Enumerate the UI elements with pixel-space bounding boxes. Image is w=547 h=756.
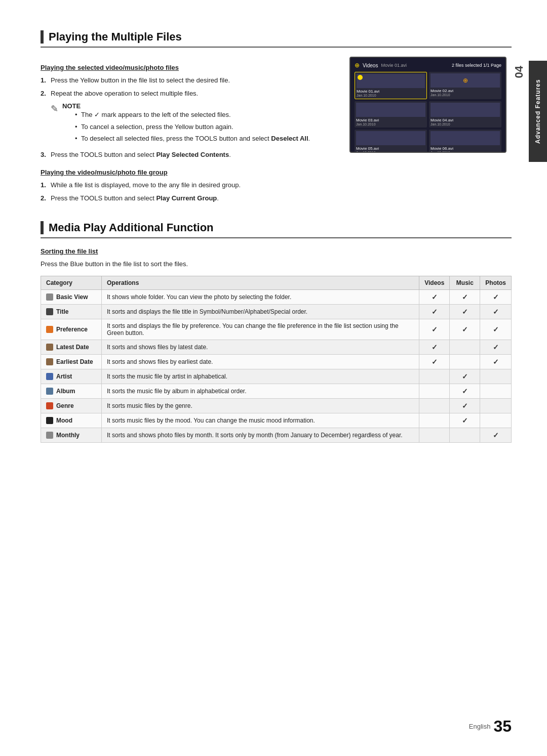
tv-header-left: ⊕ Videos Movie 01.avi [355, 62, 407, 69]
note-label: NOTE [62, 102, 81, 110]
preference-music: ✓ [450, 319, 480, 340]
section2: Media Play Additional Function Sorting t… [41, 221, 512, 443]
footer-page-number: 35 [493, 717, 512, 736]
note-item-1: The ✓ mark appears to the left of the se… [75, 110, 310, 120]
latest-date-photos: ✓ [480, 340, 512, 354]
genre-music: ✓ [450, 398, 480, 413]
preference-label: Preference [56, 326, 88, 333]
note-item-3: To deselect all selected files, press th… [75, 134, 310, 144]
step-2-text: Repeat the above operation to select mul… [51, 89, 198, 99]
col-category: Category [41, 276, 102, 289]
preference-videos: ✓ [419, 319, 450, 340]
col-music: Music [450, 276, 480, 289]
artist-music: ✓ [450, 369, 480, 384]
tv-file-2-date: Jan.10.2010 [431, 93, 500, 97]
table-row: Album It sorts the music file by album i… [41, 384, 512, 398]
monthly-desc: It sorts and shows photo files by month.… [102, 428, 419, 442]
note-item-2: To cancel a selection, press the Yellow … [75, 122, 310, 132]
table-row: Mood It sorts music files by the mood. Y… [41, 413, 512, 428]
note-item-2-text: To cancel a selection, press the Yellow … [81, 123, 233, 131]
tv-file-6-name: Movie 06.avi [431, 146, 500, 151]
tv-filename: Movie 01.avi [381, 63, 407, 68]
mood-photos [480, 413, 512, 428]
tv-thumb-1 [357, 74, 425, 88]
tv-header: ⊕ Videos Movie 01.avi 2 files selected 1… [355, 62, 501, 69]
album-desc: It sorts the music file by album in alph… [102, 384, 419, 398]
table-row: Earliest Date It sorts and shows files b… [41, 354, 512, 369]
genre-videos [419, 398, 450, 413]
section2-title: Media Play Additional Function [49, 221, 214, 234]
earliest-date-music [450, 354, 480, 369]
tv-screenshot: ⊕ Videos Movie 01.avi 2 files selected 1… [349, 57, 506, 153]
step-2: 2. Repeat the above operation to select … [41, 89, 334, 99]
genre-icon [46, 402, 53, 409]
sub2-step-1-num: 1. [41, 180, 48, 190]
tv-thumb-6 [431, 131, 500, 145]
cat-title: Title [41, 304, 102, 319]
basic-view-icon [46, 293, 53, 301]
monthly-photos: ✓ [480, 428, 512, 442]
col-videos: Videos [419, 276, 450, 289]
tv-file-5: Movie 05.avi Jan.10.2010 [355, 130, 427, 153]
page-container: Advanced Features 04 Playing the Multipl… [0, 0, 547, 756]
latest-date-desc: It sorts and shows files by latest date. [102, 340, 419, 354]
tv-status: 2 files selected 1/1 Page [452, 63, 501, 68]
chapter-number: 04 [511, 61, 528, 83]
tv-file-grid: Movie 01.avi Jan.10.2010 ⊕ Movie 02.avi … [355, 72, 501, 153]
table-row: Artist It sorts the music file by artist… [41, 369, 512, 384]
tv-thumb-2: ⊕ [431, 73, 500, 88]
section-heading-bar [41, 30, 44, 44]
mood-icon [46, 417, 53, 424]
cat-mood: Mood [41, 413, 102, 428]
artist-desc: It sorts the music file by artist in alp… [102, 369, 419, 384]
sub2-step-1: 1. While a file list is displayed, move … [41, 180, 334, 190]
latest-date-videos: ✓ [419, 340, 450, 354]
tv-thumb-4 [431, 103, 500, 117]
selected-indicator-1 [358, 75, 363, 80]
sub2-step-2-text: Press the TOOLS button and select Play C… [51, 193, 219, 203]
preference-desc: It sorts and displays the file by prefer… [102, 319, 419, 340]
tv-file-5-date: Jan.10.2010 [356, 151, 425, 153]
step-3-num: 3. [41, 150, 48, 160]
tv-file-1: Movie 01.avi Jan.10.2010 [355, 72, 427, 99]
tv-file-3-name: Movie 03.avi [356, 118, 425, 122]
latest-date-label: Latest Date [56, 344, 89, 351]
basic-view-videos: ✓ [419, 289, 450, 304]
tv-file-4-name: Movie 04.avi [431, 118, 500, 122]
chapter-tab: Advanced Features [529, 61, 547, 162]
basic-view-desc: It shows whole folder. You can view the … [102, 289, 419, 304]
tv-file-6: Movie 06.avi Jan.10.2010 [429, 130, 501, 153]
album-photos [480, 384, 512, 398]
screenshot-container: ⊕ Videos Movie 01.avi 2 files selected 1… [349, 57, 512, 206]
album-music: ✓ [450, 384, 480, 398]
tv-file-2: ⊕ Movie 02.avi Jan.10.2010 [429, 72, 501, 99]
table-header-row: Category Operations Videos Music Photos [41, 276, 512, 289]
table-row: Basic View It shows whole folder. You ca… [41, 289, 512, 304]
section2-heading-bar [41, 221, 44, 234]
page-footer: English 35 [469, 717, 512, 736]
col-operations: Operations [102, 276, 419, 289]
table-row: Genre It sorts music files by the genre.… [41, 398, 512, 413]
step-1-text: Press the Yellow button in the file list… [51, 75, 230, 86]
title-desc: It sorts and displays the file title in … [102, 304, 419, 319]
step-3: 3. Press the TOOLS button and select Pla… [41, 150, 334, 160]
album-icon [46, 388, 53, 395]
monthly-label: Monthly [56, 432, 80, 439]
col-photos: Photos [480, 276, 512, 289]
tv-file-2-name: Movie 02.avi [431, 89, 500, 93]
title-photos: ✓ [480, 304, 512, 319]
earliest-date-icon [46, 358, 53, 365]
tv-file-3-date: Jan.10.2010 [356, 122, 425, 126]
section2-heading: Media Play Additional Function [41, 221, 512, 238]
tv-file-3: Movie 03.avi Jan.10.2010 [355, 101, 427, 128]
table-body: Basic View It shows whole folder. You ca… [41, 289, 512, 442]
cat-earliest-date: Earliest Date [41, 354, 102, 369]
note-item-3-text: To deselect all selected files, press th… [81, 135, 310, 142]
artist-icon [46, 373, 53, 380]
basic-view-label: Basic View [56, 293, 88, 301]
mood-music: ✓ [450, 413, 480, 428]
artist-photos [480, 369, 512, 384]
cat-basic-view: Basic View [41, 289, 102, 304]
tv-file-1-date: Jan.10.2010 [357, 94, 425, 97]
monthly-icon [46, 432, 53, 439]
